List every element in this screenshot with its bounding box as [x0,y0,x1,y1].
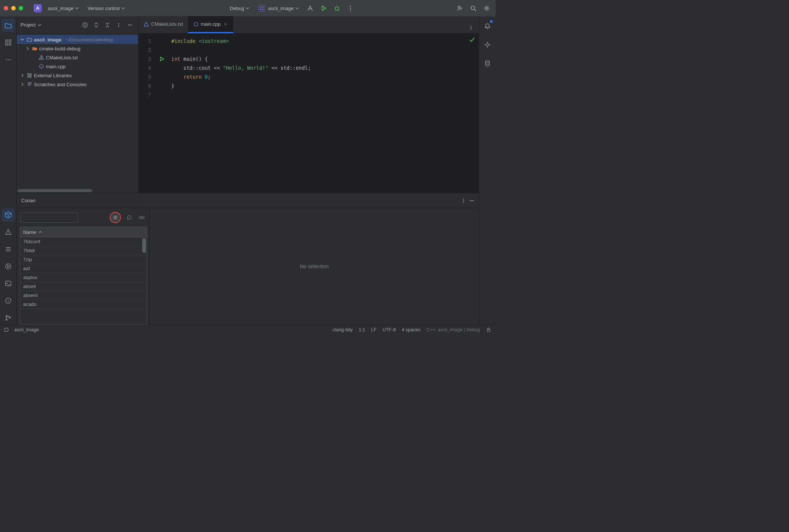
tab-cmakelists[interactable]: CMakeLists.txt [138,16,188,33]
chevron-down-icon[interactable] [38,23,41,27]
status-indent[interactable]: 4 spaces [402,327,420,332]
more-tools-button[interactable] [1,53,15,66]
vcs-tool-button[interactable] [1,311,15,325]
tab-maincpp[interactable]: main.cpp × [188,16,233,33]
conan-panel: Conan [17,193,479,325]
expand-all-button[interactable] [92,21,101,29]
search-icon[interactable] [468,3,478,13]
tree-folder-debug[interactable]: cmake-build-debug [17,44,138,53]
problems-tool-button[interactable] [1,225,15,239]
collapse-all-button[interactable] [103,21,112,29]
run-target-dropdown[interactable]: ascii_image [255,3,302,13]
run-button[interactable] [318,3,329,13]
vertical-scrollbar[interactable] [142,238,146,253]
build-icon[interactable] [305,3,315,13]
version-control-label: Version control [88,6,120,11]
svg-point-35 [463,201,464,202]
settings-icon[interactable] [481,3,492,13]
tree-file-main[interactable]: c main.cpp [17,62,138,71]
conan-search-field[interactable] [21,212,78,223]
conan-configure-button[interactable] [110,212,121,223]
caret-right-icon[interactable] [20,82,25,86]
list-item[interactable]: aaplus [20,273,147,282]
list-item[interactable]: absent [20,291,147,300]
minimize-icon [127,22,132,28]
more-vertical-icon[interactable] [345,3,356,13]
tree-root[interactable]: ascii_image ~/Documents/develop [17,35,138,44]
list-item[interactable]: abseil [20,282,147,291]
list-item[interactable]: aaf [20,264,147,273]
status-indicator-icon[interactable] [4,328,8,332]
expand-icon [94,22,99,28]
list-item[interactable]: 7bitdi [20,246,147,255]
hide-conan-button[interactable] [469,198,474,203]
project-tool-button[interactable] [1,19,15,32]
conan-panel-title: Conan [21,198,35,203]
run-line-marker[interactable] [154,54,170,63]
conan-search-input[interactable] [23,215,86,220]
minimize-window-button[interactable] [11,6,16,10]
services-tool-button[interactable] [1,260,15,273]
list-item[interactable]: acado [20,300,147,309]
project-tree[interactable]: ascii_image ~/Documents/develop cmake-bu… [17,34,138,188]
caret-down-icon[interactable] [20,38,25,41]
status-position[interactable]: 1:1 [359,327,365,332]
tree-root-path: ~/Documents/develop [66,37,113,43]
run-gutter[interactable] [154,34,170,193]
status-encoding[interactable]: UTF-8 [383,327,396,332]
todo-tool-button[interactable] [1,242,15,256]
event-log-button[interactable] [1,294,15,307]
terminal-tool-button[interactable] [1,277,15,290]
horizontal-scrollbar[interactable] [17,188,138,193]
tab-label: CMakeLists.txt [151,21,183,27]
info-circle-icon [5,297,12,304]
close-tab-button[interactable]: × [223,21,228,27]
project-name-dropdown[interactable]: ascii_image [45,4,82,13]
panel-options-button[interactable] [114,21,123,29]
svg-point-23 [118,23,119,24]
conan-options-button[interactable] [461,198,466,203]
status-clang[interactable]: .clang-tidy [331,327,353,332]
list-item[interactable]: 7zip [20,255,147,264]
structure-icon [5,39,12,46]
run-config-dropdown[interactable]: Debug [227,4,252,13]
tab-options-button[interactable] [465,22,477,33]
lock-icon[interactable] [486,327,491,332]
select-opened-file-button[interactable] [81,21,90,29]
status-context[interactable]: C++: ascii_image | Debug [426,327,480,332]
conan-table-header[interactable]: Name [20,227,147,237]
conan-package-list[interactable]: 7bitconf 7bitdi 7zip aaf aaplus abseil a… [20,237,147,325]
inspection-ok-icon[interactable] [469,37,475,43]
code-editor[interactable]: 1234567 #include <iostream> int main() {… [138,34,479,193]
conan-body: Name 7bitconf 7bitdi 7zip aaf aaplus abs… [17,208,479,325]
minimize-icon [469,198,474,203]
ai-assistant-button[interactable] [481,38,494,51]
structure-tool-button[interactable] [1,36,15,49]
scrollbar-thumb[interactable] [18,189,92,192]
tree-scratches[interactable]: Scratches and Consoles [17,80,138,89]
conan-refresh-button[interactable] [125,213,134,222]
upper-split: Project [17,16,479,193]
line-number-gutter[interactable]: 1234567 [138,34,154,193]
list-item[interactable]: 7bitconf [20,237,147,246]
close-window-button[interactable] [4,6,8,10]
cmake-icon [144,22,149,27]
status-branch[interactable]: ascii_image [14,327,39,332]
tree-file-cmake[interactable]: CMakeLists.txt [17,53,138,62]
collaborate-icon[interactable] [455,3,465,13]
notifications-button[interactable] [481,19,494,33]
version-control-dropdown[interactable]: Version control [85,4,128,13]
code-content[interactable]: #include <iostream> int main() { std::co… [170,34,479,193]
conan-tool-button[interactable] [1,208,15,222]
status-eol[interactable]: LF [371,327,377,332]
database-tool-button[interactable] [481,57,494,70]
caret-right-icon[interactable] [20,73,25,77]
svg-point-4 [350,10,351,11]
hide-panel-button[interactable] [125,21,134,29]
maximize-window-button[interactable] [19,6,23,10]
debug-button[interactable] [332,3,342,13]
tree-external-libs[interactable]: External Libraries [17,71,138,80]
git-branch-icon [5,314,12,321]
caret-right-icon[interactable] [25,47,30,50]
conan-visibility-button[interactable] [137,213,146,222]
